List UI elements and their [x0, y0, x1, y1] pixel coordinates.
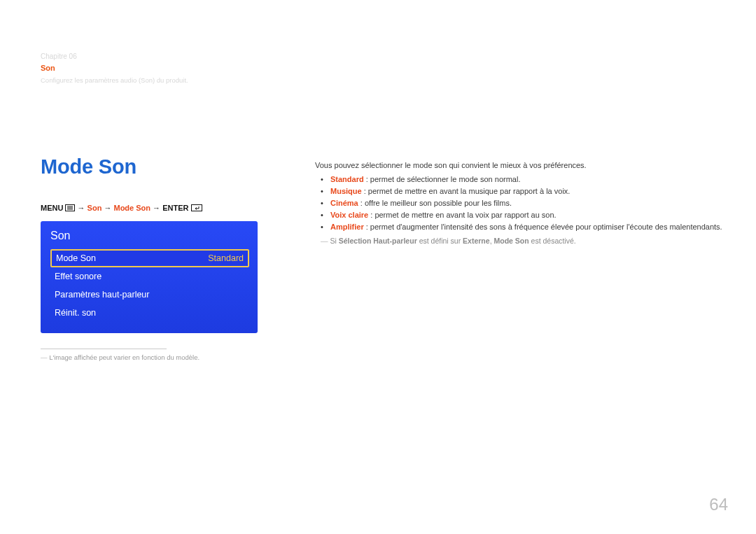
chapter-number: Chapitre 06 — [41, 50, 188, 62]
osd-row-reinit-son[interactable]: Réinit. son — [50, 304, 249, 322]
option-desc: : offre le meilleur son possible pour le… — [358, 199, 512, 207]
option-desc: : permet de mettre en avant la musique p… — [362, 187, 570, 195]
enter-label: ENTER — [162, 204, 188, 212]
chapter-title-accent: Son — [41, 64, 55, 72]
option-desc: : permet de mettre en avant la voix par … — [368, 211, 556, 219]
osd-row-label: Réinit. son — [55, 308, 96, 318]
list-item: Voix claire : permet de mettre en avant … — [330, 211, 722, 219]
osd-row-effet-sonore[interactable]: Effet sonore — [50, 267, 249, 286]
footnote-rule — [41, 349, 167, 349]
osd-row-label: Mode Son — [56, 253, 96, 263]
navigation-path: MENU → Son → Mode Son → ENTER — [41, 204, 307, 213]
path-segment-2: Mode Son — [113, 204, 150, 212]
enter-icon — [191, 204, 202, 213]
option-key: Cinéma — [330, 199, 358, 207]
list-item: Amplifier : permet d'augmenter l'intensi… — [330, 223, 722, 231]
page-number: 64 — [709, 495, 728, 514]
list-item: Standard : permet de sélectionner le mod… — [330, 175, 722, 183]
list-item: Cinéma : offre le meilleur son possible … — [330, 199, 722, 207]
list-item: Musique : permet de mettre en avant la m… — [330, 187, 722, 195]
note-text: Si Sélection Haut-parleur est défini sur… — [315, 237, 722, 245]
osd-row-parametres-haut-parleur[interactable]: Paramètres haut-parleur — [50, 286, 249, 304]
osd-panel: Son Mode Son Standard Effet sonore Param… — [41, 221, 258, 333]
menu-label: MENU — [41, 204, 63, 212]
arrow-icon: → — [153, 204, 160, 212]
menu-icon — [65, 204, 75, 213]
arrow-icon: → — [104, 204, 111, 212]
options-list: Standard : permet de sélectionner le mod… — [315, 175, 722, 231]
page-title: Mode Son — [41, 155, 307, 178]
osd-row-label: Paramètres haut-parleur — [55, 290, 149, 300]
chapter-subtitle: Configurez les paramètres audio (Son) du… — [41, 74, 188, 86]
arrow-icon: → — [78, 204, 85, 212]
footnote: L'image affichée peut varier en fonction… — [41, 353, 307, 361]
intro-text: Vous pouvez sélectionner le mode son qui… — [315, 161, 722, 169]
option-key: Musique — [330, 187, 362, 195]
path-segment-1: Son — [88, 204, 102, 212]
chapter-header: Chapitre 06 Son Configurez les paramètre… — [41, 50, 188, 86]
osd-row-value: Standard — [208, 253, 244, 263]
option-desc: : permet d'augmenter l'intensité des son… — [364, 223, 722, 231]
osd-title: Son — [50, 230, 249, 242]
osd-row-mode-son[interactable]: Mode Son Standard — [50, 249, 249, 267]
option-key: Voix claire — [330, 211, 368, 219]
option-key: Amplifier — [330, 223, 364, 231]
osd-row-label: Effet sonore — [55, 272, 102, 281]
option-desc: : permet de sélectionner le mode son nor… — [364, 175, 521, 183]
option-key: Standard — [330, 175, 364, 183]
